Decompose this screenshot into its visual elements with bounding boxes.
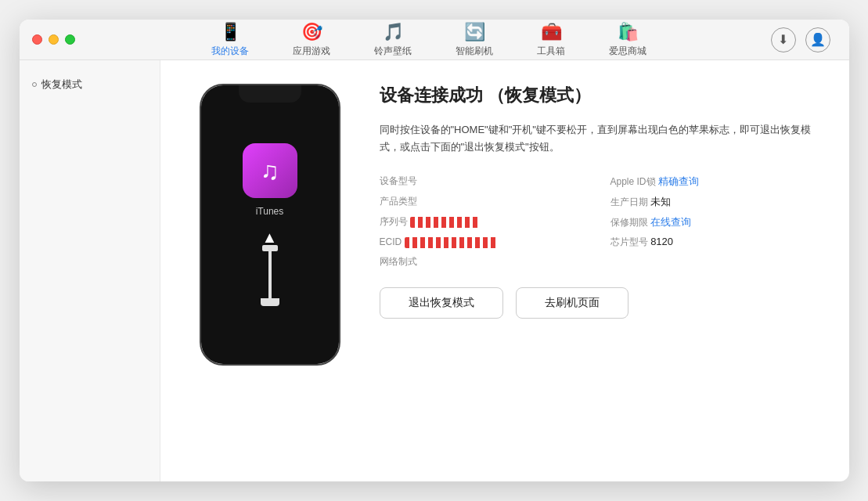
nav-item-toolbox[interactable]: 🧰 工具箱 bbox=[515, 20, 587, 61]
main-area: 恢复模式 ♫ iTunes ▲ bbox=[20, 60, 849, 481]
close-button[interactable] bbox=[32, 34, 42, 45]
field-device-model-key: 设备型号 bbox=[380, 175, 417, 186]
maximize-button[interactable] bbox=[65, 34, 75, 45]
nav-label-smart-flash: 智能刷机 bbox=[456, 45, 493, 58]
field-chip-key: 芯片型号 bbox=[610, 236, 648, 247]
field-ecid-key: ECID bbox=[380, 236, 402, 247]
user-button[interactable]: 👤 bbox=[805, 27, 830, 52]
field-manufacture-date-key: 生产日期 bbox=[610, 196, 648, 207]
cable-arrow-icon: ▲ bbox=[262, 229, 278, 245]
field-serial-key: 序列号 bbox=[380, 216, 408, 227]
plug-end bbox=[261, 298, 279, 306]
field-warranty: 保修期限 在线查询 bbox=[610, 215, 818, 229]
nav-item-my-device[interactable]: 📱 我的设备 bbox=[189, 20, 271, 61]
field-serial: 序列号 bbox=[380, 215, 587, 229]
nav-label-toolbox: 工具箱 bbox=[537, 45, 565, 58]
field-ecid-value bbox=[405, 236, 499, 248]
user-icon: 👤 bbox=[810, 32, 826, 47]
phone-notch bbox=[239, 85, 301, 103]
serial-redacted-bar bbox=[410, 217, 481, 228]
field-manufacture-date-value: 未知 bbox=[650, 196, 671, 207]
phone-screen: ♫ iTunes ▲ bbox=[201, 85, 339, 364]
apple-id-query-link[interactable]: 精确查询 bbox=[658, 175, 699, 187]
minimize-button[interactable] bbox=[49, 34, 59, 45]
music-note-icon: ♫ bbox=[261, 157, 279, 186]
main-nav: 📱 我的设备 🎯 应用游戏 🎵 铃声壁纸 🔄 智能刷机 🧰 工具箱 🛍️ 爱思商… bbox=[88, 20, 771, 61]
itunes-label: iTunes bbox=[256, 206, 284, 217]
plug-neck bbox=[268, 251, 272, 298]
sidebar-dot bbox=[32, 82, 37, 87]
nav-icon-toolbox: 🧰 bbox=[541, 22, 562, 42]
nav-label-apps: 应用游戏 bbox=[293, 45, 330, 58]
nav-icon-store: 🛍️ bbox=[618, 22, 639, 42]
nav-icon-my-device: 📱 bbox=[220, 22, 241, 42]
nav-icon-apps: 🎯 bbox=[301, 22, 322, 42]
itunes-icon: ♫ bbox=[243, 143, 297, 198]
phone-illustration: ♫ iTunes ▲ bbox=[200, 84, 340, 366]
info-panel: 设备连接成功 （恢复模式） 同时按住设备的"HOME"键和"开机"键不要松开，直… bbox=[380, 84, 818, 319]
warranty-query-link[interactable]: 在线查询 bbox=[650, 216, 691, 228]
ecid-redacted-bar bbox=[405, 237, 499, 248]
cable-container: ▲ bbox=[261, 229, 279, 306]
field-warranty-key: 保修期限 bbox=[610, 217, 648, 228]
nav-icon-smart-flash: 🔄 bbox=[464, 22, 485, 42]
download-button[interactable]: ⬇ bbox=[771, 27, 796, 52]
nav-label-my-device: 我的设备 bbox=[211, 45, 249, 58]
field-device-model: 设备型号 bbox=[380, 175, 587, 189]
titlebar: 📱 我的设备 🎯 应用游戏 🎵 铃声壁纸 🔄 智能刷机 🧰 工具箱 🛍️ 爱思商… bbox=[20, 20, 849, 60]
field-product-type-key: 产品类型 bbox=[380, 196, 417, 207]
field-network-key: 网络制式 bbox=[380, 256, 417, 267]
info-description: 同时按住设备的"HOME"键和"开机"键不要松开，直到屏幕出现白色的苹果标志，即… bbox=[380, 121, 818, 156]
nav-item-smart-flash[interactable]: 🔄 智能刷机 bbox=[434, 20, 515, 61]
flash-page-button[interactable]: 去刷机页面 bbox=[516, 287, 628, 319]
traffic-lights bbox=[32, 34, 75, 45]
nav-right: ⬇ 👤 bbox=[771, 27, 830, 52]
nav-item-apps[interactable]: 🎯 应用游戏 bbox=[271, 20, 352, 61]
sidebar-item-recovery[interactable]: 恢复模式 bbox=[20, 71, 160, 98]
field-apple-id: Apple ID锁 精确查询 bbox=[610, 175, 818, 189]
content-area: ♫ iTunes ▲ bbox=[160, 60, 849, 481]
nav-label-ringtones: 铃声壁纸 bbox=[374, 45, 412, 58]
nav-label-store: 爱思商城 bbox=[609, 45, 646, 58]
nav-icon-ringtones: 🎵 bbox=[383, 22, 404, 42]
action-buttons: 退出恢复模式 去刷机页面 bbox=[380, 287, 818, 319]
sidebar-item-label: 恢复模式 bbox=[41, 77, 82, 92]
page-title: 设备连接成功 （恢复模式） bbox=[380, 84, 818, 107]
exit-recovery-button[interactable]: 退出恢复模式 bbox=[380, 287, 503, 319]
nav-item-ringtones[interactable]: 🎵 铃声壁纸 bbox=[352, 20, 434, 61]
sidebar: 恢复模式 bbox=[20, 60, 160, 481]
field-product-type: 产品类型 bbox=[380, 195, 587, 209]
main-window: 📱 我的设备 🎯 应用游戏 🎵 铃声壁纸 🔄 智能刷机 🧰 工具箱 🛍️ 爱思商… bbox=[20, 20, 849, 481]
lightning-cable bbox=[261, 245, 279, 306]
phone-container: ♫ iTunes ▲ bbox=[192, 84, 348, 366]
field-serial-value bbox=[410, 215, 481, 228]
field-ecid: ECID bbox=[380, 236, 587, 249]
download-icon: ⬇ bbox=[778, 32, 788, 47]
field-apple-id-key: Apple ID锁 bbox=[610, 176, 656, 187]
field-chip-value: 8120 bbox=[650, 236, 673, 247]
info-grid: 设备型号 Apple ID锁 精确查询 产品类型 生产日期 未知 bbox=[380, 175, 818, 269]
field-placeholder bbox=[610, 255, 818, 269]
plug-head bbox=[262, 245, 278, 251]
field-network: 网络制式 bbox=[380, 255, 587, 269]
field-manufacture-date: 生产日期 未知 bbox=[610, 195, 818, 209]
field-chip: 芯片型号 8120 bbox=[610, 236, 818, 249]
nav-item-store[interactable]: 🛍️ 爱思商城 bbox=[587, 20, 668, 61]
